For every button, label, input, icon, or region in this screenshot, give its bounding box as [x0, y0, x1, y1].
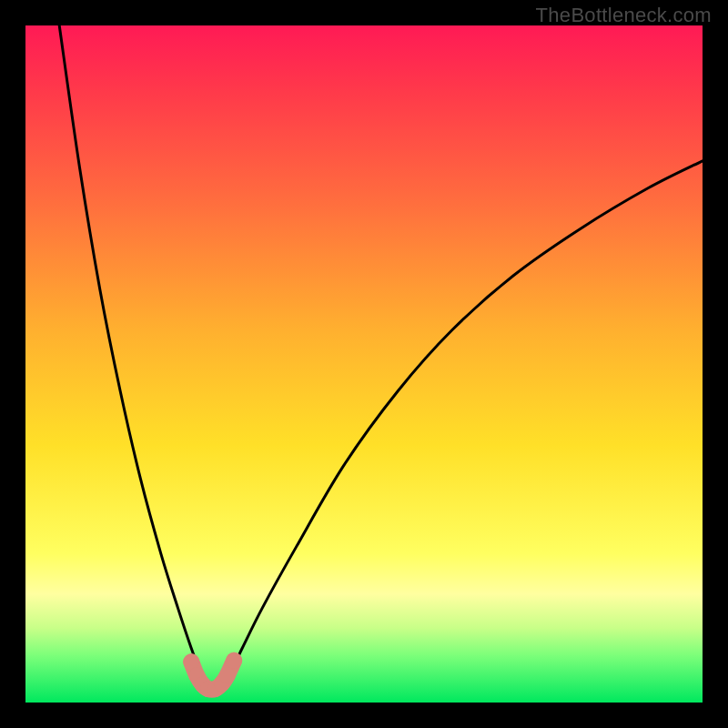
plot-area — [25, 25, 703, 703]
bottleneck-curve-path — [59, 25, 703, 691]
bottleneck-curve-svg — [25, 25, 703, 703]
highlight-dot — [219, 667, 236, 683]
highlight-dot — [226, 652, 242, 669]
chart-frame: TheBottleneck.com — [0, 0, 728, 728]
watermark-text: TheBottleneck.com — [536, 4, 712, 27]
